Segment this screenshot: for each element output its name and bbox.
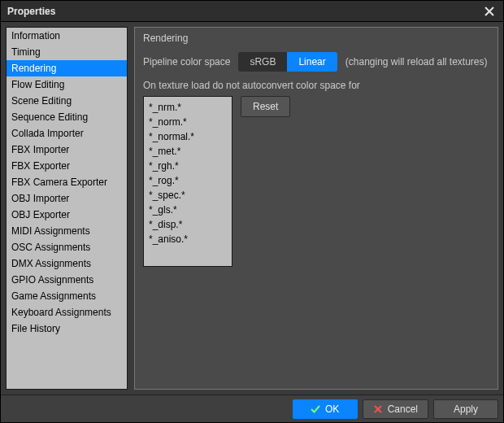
- sidebar-item-obj-importer[interactable]: OBJ Importer: [7, 190, 127, 207]
- sidebar-item-keyboard-assignments[interactable]: Keyboard Assignments: [7, 304, 127, 321]
- sidebar-item-timing[interactable]: Timing: [7, 44, 127, 60]
- sidebar-item-scene-editing[interactable]: Scene Editing: [7, 93, 127, 109]
- dialog-footer: OK Cancel Apply: [1, 395, 503, 422]
- ok-button[interactable]: OK: [293, 399, 358, 419]
- sidebar-item-collada-importer[interactable]: Collada Importer: [7, 125, 127, 142]
- properties-window: Properties InformationTimingRenderingFlo…: [0, 0, 504, 423]
- category-sidebar[interactable]: InformationTimingRenderingFlow EditingSc…: [6, 27, 128, 390]
- rendering-panel: Rendering Pipeline color space sRGB Line…: [134, 27, 498, 390]
- color-space-option-srgb[interactable]: sRGB: [238, 52, 287, 72]
- panel-title: Rendering: [143, 33, 489, 44]
- color-space-label: Pipeline color space: [143, 56, 230, 68]
- sidebar-item-information[interactable]: Information: [7, 28, 127, 44]
- apply-button[interactable]: Apply: [433, 399, 498, 419]
- cancel-label: Cancel: [388, 403, 418, 415]
- color-space-hint: (changing will reload all textures): [345, 56, 488, 68]
- no-autoconvert-patterns[interactable]: [143, 96, 232, 267]
- sidebar-item-gpio-assignments[interactable]: GPIO Assignments: [7, 272, 127, 288]
- titlebar: Properties: [1, 1, 503, 22]
- sidebar-item-fbx-exporter[interactable]: FBX Exporter: [7, 158, 127, 174]
- sidebar-item-file-history[interactable]: File History: [7, 321, 127, 337]
- sidebar-item-obj-exporter[interactable]: OBJ Exporter: [7, 207, 127, 223]
- color-space-row: Pipeline color space sRGB Linear (changi…: [143, 52, 489, 72]
- sidebar-item-sequence-editing[interactable]: Sequence Editing: [7, 109, 127, 125]
- x-icon: [373, 404, 383, 414]
- color-space-option-linear[interactable]: Linear: [287, 52, 337, 72]
- reset-button[interactable]: Reset: [241, 96, 290, 117]
- ok-label: OK: [325, 403, 339, 415]
- sidebar-item-game-assignments[interactable]: Game Assignments: [7, 288, 127, 304]
- sidebar-item-midi-assignments[interactable]: MIDI Assignments: [7, 223, 127, 239]
- no-autoconvert-label: On texture load do not autoconvert color…: [143, 80, 489, 91]
- apply-label: Apply: [454, 403, 478, 415]
- sidebar-item-osc-assignments[interactable]: OSC Assignments: [7, 239, 127, 255]
- sidebar-item-fbx-camera-exporter[interactable]: FBX Camera Exporter: [7, 174, 127, 190]
- close-icon[interactable]: [479, 3, 500, 20]
- sidebar-item-dmx-assignments[interactable]: DMX Assignments: [7, 255, 127, 272]
- color-space-segmented: sRGB Linear: [238, 52, 337, 72]
- sidebar-item-rendering[interactable]: Rendering: [7, 60, 127, 76]
- cancel-button[interactable]: Cancel: [363, 399, 428, 419]
- sidebar-item-flow-editing[interactable]: Flow Editing: [7, 76, 127, 93]
- window-body: InformationTimingRenderingFlow EditingSc…: [1, 22, 503, 395]
- check-icon: [311, 404, 320, 414]
- window-title: Properties: [7, 6, 55, 17]
- sidebar-item-fbx-importer[interactable]: FBX Importer: [7, 142, 127, 158]
